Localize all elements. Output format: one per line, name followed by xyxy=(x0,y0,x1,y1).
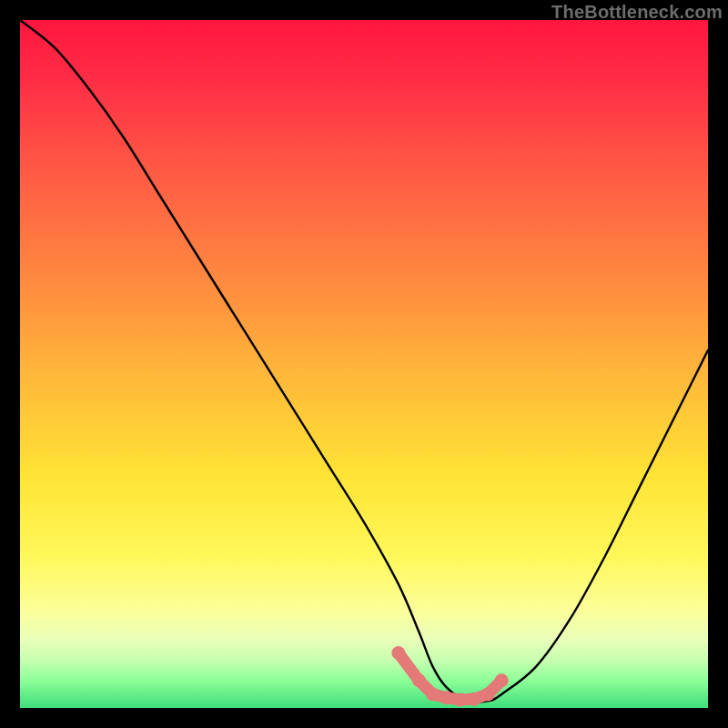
marker-dot xyxy=(495,673,509,687)
marker-dot xyxy=(412,673,426,687)
marker-dot xyxy=(426,687,440,701)
bottleneck-curve xyxy=(20,20,708,703)
highlighted-markers xyxy=(391,646,508,706)
marker-dot xyxy=(440,691,453,704)
marker-dot xyxy=(468,693,481,706)
marker-dot xyxy=(453,693,467,706)
marker-dot xyxy=(391,646,405,660)
plot-area xyxy=(20,20,708,708)
chart-svg xyxy=(20,20,708,708)
chart-frame: TheBottleneck.com xyxy=(0,0,728,728)
marker-dot xyxy=(481,687,495,701)
